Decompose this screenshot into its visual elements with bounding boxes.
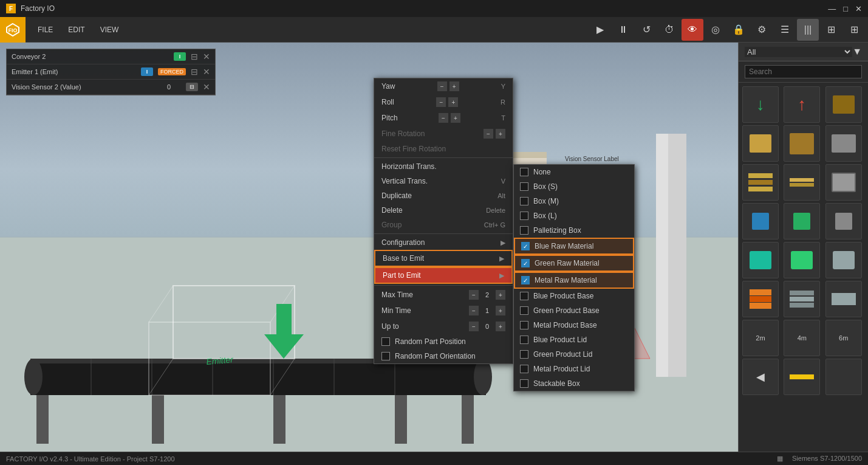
ctx-up-to[interactable]: Up to − 0 +: [374, 319, 513, 334]
reset-button[interactable]: ↺: [635, 19, 657, 41]
ctx-base-to-emit[interactable]: Base to Emit ▶: [374, 250, 513, 267]
part-green-raw[interactable]: Green Raw Material: [514, 255, 634, 272]
panel-item-yellow[interactable]: [784, 359, 820, 395]
lock-button[interactable]: 🔒: [728, 19, 750, 41]
ctx-duplicate[interactable]: Duplicate Alt: [374, 188, 513, 203]
part-blue-product-base[interactable]: Blue Product Base: [514, 289, 634, 303]
category-dropdown[interactable]: All: [745, 47, 852, 57]
play-button[interactable]: ▶: [589, 19, 611, 41]
panel-item-stacked[interactable]: [742, 281, 779, 317]
ctx-max-time[interactable]: Max Time − 2 +: [374, 287, 513, 303]
panel-item-blue-chip[interactable]: [742, 242, 779, 278]
search-input[interactable]: [745, 65, 862, 78]
menu-file[interactable]: FILE: [32, 23, 59, 36]
ctx-yaw[interactable]: Yaw − + Y: [374, 78, 513, 94]
part-blue-raw[interactable]: Blue Raw Material: [514, 238, 634, 255]
sensor-button[interactable]: ◎: [705, 19, 726, 41]
panel-item-flat[interactable]: [825, 281, 862, 317]
timer-button[interactable]: ⏱: [658, 19, 680, 41]
part-metal-product-base-checkbox[interactable]: [520, 321, 528, 329]
menu-edit[interactable]: EDIT: [62, 23, 91, 36]
ctx-max-time-minus[interactable]: −: [469, 290, 479, 300]
ctx-min-time[interactable]: Min Time − 1 +: [374, 303, 513, 319]
part-metal-product-lid-checkbox[interactable]: [520, 365, 528, 373]
part-blue-product-lid-checkbox[interactable]: [520, 336, 528, 344]
part-box-s[interactable]: Box (S): [514, 179, 634, 194]
part-green-product-base-checkbox[interactable]: [520, 306, 528, 315]
ctx-roll[interactable]: Roll − + R: [374, 94, 513, 110]
ctx-pitch-plus[interactable]: +: [451, 113, 460, 123]
part-none-checkbox[interactable]: [520, 168, 528, 176]
part-blue-raw-checkbox[interactable]: [521, 242, 530, 250]
panel-item-up-arrow[interactable]: ↑: [784, 86, 820, 123]
settings-button[interactable]: ⚙: [751, 19, 773, 41]
io-button[interactable]: |||: [797, 19, 819, 41]
panel-item-2m[interactable]: 2m: [742, 320, 779, 356]
ctx-up-to-plus[interactable]: +: [496, 322, 505, 331]
close-button[interactable]: ✕: [855, 4, 862, 13]
ctx-delete[interactable]: Delete Delete: [374, 203, 513, 218]
panel-item-rack[interactable]: [784, 281, 820, 317]
ctx-yaw-minus[interactable]: −: [437, 81, 447, 91]
part-none[interactable]: None: [514, 165, 634, 179]
ctx-horiz-trans[interactable]: Horizontal Trans.: [374, 159, 513, 174]
part-stackable-box-checkbox[interactable]: [520, 379, 528, 388]
part-palletizing-box[interactable]: Palletizing Box: [514, 223, 634, 238]
panel-item-gray-chip[interactable]: [825, 242, 862, 278]
ctx-random-orientation[interactable]: Random Part Orientation: [374, 349, 513, 363]
part-green-product-lid[interactable]: Green Product Lid: [514, 347, 634, 362]
pause-button[interactable]: ⏸: [612, 19, 634, 41]
sensor-close-emitter[interactable]: ✕: [203, 67, 210, 77]
ctx-roll-minus[interactable]: −: [436, 97, 446, 107]
panel-item-green-chip[interactable]: [784, 242, 820, 278]
part-blue-product-base-checkbox[interactable]: [520, 292, 528, 300]
panel-item-container[interactable]: [825, 164, 862, 201]
panel-item-green-cube[interactable]: [784, 203, 820, 239]
grid-button[interactable]: ⊞: [843, 19, 865, 41]
ctx-random-position[interactable]: Random Part Position: [374, 334, 513, 349]
panel-item-box2[interactable]: [742, 125, 779, 162]
sensor-close-conveyor[interactable]: ✕: [203, 52, 210, 61]
ctx-min-time-minus[interactable]: −: [469, 306, 479, 315]
ctx-min-time-plus[interactable]: +: [496, 306, 505, 315]
part-stackable-box[interactable]: Stackable Box: [514, 376, 634, 391]
part-box-l[interactable]: Box (L): [514, 208, 634, 223]
panel-item-pallet1[interactable]: [742, 164, 779, 201]
ctx-random-orientation-checkbox[interactable]: [381, 352, 390, 360]
ctx-pitch[interactable]: Pitch − + T: [374, 110, 513, 126]
panel-item-down-arrow[interactable]: ↓: [742, 86, 779, 123]
part-metal-product-base[interactable]: Metal Product Base: [514, 318, 634, 332]
part-box-l-checkbox[interactable]: [520, 212, 528, 220]
panel-item-pallet2[interactable]: [784, 164, 820, 201]
part-box-m[interactable]: Box (M): [514, 194, 634, 208]
part-metal-product-lid[interactable]: Metal Product Lid: [514, 362, 634, 376]
sensor-icon-conveyor[interactable]: ⊟: [191, 52, 198, 61]
part-green-product-base[interactable]: Green Product Base: [514, 303, 634, 318]
panel-item-gray-cube[interactable]: [825, 203, 862, 239]
ctx-part-to-emit[interactable]: Part to Emit ▶: [374, 267, 513, 284]
minimize-button[interactable]: —: [828, 4, 836, 13]
camera-button[interactable]: 👁: [682, 19, 703, 41]
panel-item-arrow-right[interactable]: ◀: [742, 359, 779, 395]
panel-item-box3[interactable]: [784, 125, 820, 162]
menu-button[interactable]: ☰: [774, 19, 796, 41]
ctx-configuration[interactable]: Configuration ▶: [374, 235, 513, 250]
part-green-product-lid-checkbox[interactable]: [520, 350, 528, 359]
part-metal-raw-checkbox[interactable]: [521, 276, 530, 284]
panel-item-blue-cube[interactable]: [742, 203, 779, 239]
ctx-pitch-minus[interactable]: −: [439, 113, 448, 123]
menu-view[interactable]: VIEW: [94, 23, 125, 36]
panel-item-box1[interactable]: [825, 86, 862, 123]
part-box-s-checkbox[interactable]: [520, 182, 528, 191]
part-blue-product-lid[interactable]: Blue Product Lid: [514, 332, 634, 347]
ctx-roll-plus[interactable]: +: [448, 97, 458, 107]
part-box-m-checkbox[interactable]: [520, 197, 528, 205]
panel-item-4m[interactable]: 4m: [784, 320, 820, 356]
sensor-close-vision[interactable]: ✕: [203, 82, 210, 92]
ctx-yaw-plus[interactable]: +: [449, 81, 459, 91]
ctx-vert-trans[interactable]: Vertical Trans. V: [374, 174, 513, 188]
ctx-up-to-minus[interactable]: −: [469, 322, 479, 331]
connect-button[interactable]: ⊞: [820, 19, 842, 41]
panel-item-bin[interactable]: [825, 125, 862, 162]
panel-item-6m[interactable]: 6m: [825, 320, 862, 356]
